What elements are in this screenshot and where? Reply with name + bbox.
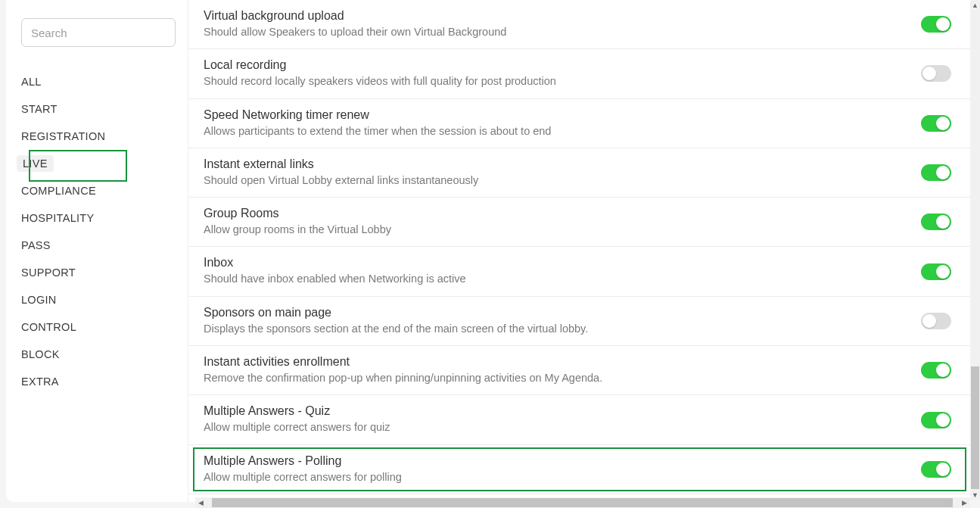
setting-title: Multiple Answers - Quiz — [204, 404, 906, 418]
sidebar-item-label: ALL — [21, 76, 42, 88]
toggle-switch[interactable] — [921, 213, 951, 230]
toggle-switch[interactable] — [921, 362, 951, 379]
sidebar-item-control[interactable]: CONTROL — [18, 313, 176, 341]
toggle-knob — [922, 314, 936, 328]
sidebar-item-extra[interactable]: EXTRA — [18, 368, 176, 395]
setting-description: Should record locally speakers videos wi… — [204, 73, 906, 89]
toggle-switch[interactable] — [921, 164, 951, 181]
setting-text: Instant activities enrollmentRemove the … — [204, 355, 906, 385]
setting-text: InboxShould have inbox enabled when Netw… — [204, 256, 906, 286]
toggle-knob — [922, 67, 936, 80]
nav-list: ALLSTARTREGISTRATIONLIVECOMPLIANCEHOSPIT… — [18, 68, 176, 395]
setting-row: Sponsors on main pageDisplays the sponso… — [188, 297, 971, 346]
setting-text: Local recordingShould record locally spe… — [204, 58, 906, 89]
toggle-knob — [936, 463, 950, 476]
setting-text: Multiple Answers - QuizAllow multiple co… — [204, 404, 906, 435]
setting-text: Virtual background uploadShould allow Sp… — [204, 9, 906, 39]
toggle-knob — [936, 17, 950, 31]
setting-row: Multiple Answers - PollingAllow multiple… — [188, 445, 971, 494]
sidebar-item-label: HOSPITALITY — [21, 212, 95, 224]
toggle-switch[interactable] — [921, 412, 951, 429]
sidebar: ALLSTARTREGISTRATIONLIVECOMPLIANCEHOSPIT… — [6, 0, 188, 502]
sidebar-item-login[interactable]: LOGIN — [18, 286, 176, 313]
search-input[interactable] — [21, 18, 176, 47]
sidebar-item-label: LIVE — [17, 155, 54, 172]
toggle-switch[interactable] — [921, 313, 951, 329]
toggle-knob — [936, 363, 950, 377]
app-container: ALLSTARTREGISTRATIONLIVECOMPLIANCEHOSPIT… — [6, 0, 971, 502]
sidebar-item-label: BLOCK — [21, 348, 60, 360]
horizontal-scrollbar[interactable]: ◀ ▶ — [195, 497, 969, 508]
main-content[interactable]: Virtual background uploadShould allow Sp… — [188, 0, 971, 502]
setting-row: Speed Networking timer renewAllows parti… — [188, 99, 971, 148]
toggle-switch[interactable] — [921, 65, 951, 82]
toggle-knob — [936, 215, 950, 229]
sidebar-item-live[interactable]: LIVE — [18, 150, 176, 177]
scroll-thumb-horizontal[interactable] — [212, 498, 953, 507]
sidebar-item-label: PASS — [21, 239, 51, 251]
setting-description: Should have inbox enabled when Networkin… — [204, 271, 906, 286]
toggle-switch[interactable] — [921, 263, 951, 280]
setting-row: Virtual background uploadShould allow Sp… — [188, 0, 971, 49]
scroll-down-icon[interactable]: ▼ — [970, 490, 980, 500]
setting-description: Allow multiple correct answers for polli… — [204, 469, 906, 485]
setting-description: Should open Virtual Lobby external links… — [204, 173, 906, 188]
sidebar-item-compliance[interactable]: COMPLIANCE — [18, 177, 176, 204]
scroll-thumb-vertical[interactable] — [971, 366, 979, 489]
sidebar-item-label: EXTRA — [21, 376, 59, 388]
toggle-switch[interactable] — [921, 461, 951, 478]
setting-description: Should allow Speakers to upload their ow… — [204, 24, 906, 39]
setting-title: Group Rooms — [204, 207, 906, 220]
setting-row: InboxShould have inbox enabled when Netw… — [188, 247, 971, 296]
toggle-switch[interactable] — [921, 115, 951, 132]
setting-description: Allow multiple correct answers for quiz — [204, 419, 906, 435]
scroll-right-icon[interactable]: ▶ — [959, 497, 969, 508]
sidebar-item-all[interactable]: ALL — [18, 68, 176, 95]
setting-description: Allows participants to extend the timer … — [204, 123, 906, 139]
setting-row: Multiple Answers - QuizAllow multiple co… — [188, 395, 971, 444]
sidebar-item-registration[interactable]: REGISTRATION — [18, 123, 176, 150]
setting-text: Group RoomsAllow group rooms in the Virt… — [204, 207, 906, 237]
sidebar-item-support[interactable]: SUPPORT — [18, 259, 176, 286]
sidebar-item-label: REGISTRATION — [21, 130, 105, 142]
setting-description: Displays the sponsors section at the end… — [204, 321, 906, 336]
setting-title: Multiple Answers - Polling — [204, 454, 906, 468]
vertical-scrollbar[interactable]: ▲ ▼ — [970, 0, 980, 500]
setting-row: Local recordingShould record locally spe… — [188, 49, 971, 98]
setting-title: Sponsors on main page — [204, 306, 906, 319]
sidebar-item-label: START — [21, 103, 58, 115]
sidebar-item-start[interactable]: START — [18, 95, 176, 123]
toggle-knob — [936, 265, 950, 279]
settings-list: Virtual background uploadShould allow Sp… — [188, 0, 971, 494]
setting-text: Instant external linksShould open Virtua… — [204, 157, 906, 188]
sidebar-item-label: SUPPORT — [21, 266, 76, 279]
scroll-left-icon[interactable]: ◀ — [195, 497, 206, 508]
setting-row: Instant activities enrollmentRemove the … — [188, 346, 971, 395]
sidebar-item-label: CONTROL — [21, 321, 76, 333]
toggle-switch[interactable] — [921, 16, 951, 33]
setting-title: Local recording — [204, 58, 906, 72]
setting-title: Virtual background upload — [204, 9, 906, 23]
setting-row: Group RoomsAllow group rooms in the Virt… — [188, 198, 971, 247]
setting-row: Instant external linksShould open Virtua… — [188, 148, 971, 198]
toggle-knob — [936, 117, 950, 130]
setting-title: Instant activities enrollment — [204, 355, 906, 369]
setting-text: Speed Networking timer renewAllows parti… — [204, 108, 906, 139]
sidebar-item-pass[interactable]: PASS — [18, 232, 176, 259]
toggle-knob — [936, 413, 950, 427]
sidebar-item-label: LOGIN — [21, 294, 57, 306]
sidebar-item-hospitality[interactable]: HOSPITALITY — [18, 204, 176, 232]
sidebar-item-block[interactable]: BLOCK — [18, 341, 176, 368]
toggle-knob — [936, 166, 950, 179]
setting-title: Speed Networking timer renew — [204, 108, 906, 122]
setting-text: Multiple Answers - PollingAllow multiple… — [204, 454, 906, 485]
setting-description: Remove the confirmation pop-up when pinn… — [204, 370, 906, 385]
setting-title: Inbox — [204, 256, 906, 270]
setting-description: Allow group rooms in the Virtual Lobby — [204, 222, 906, 237]
sidebar-item-label: COMPLIANCE — [21, 185, 96, 197]
setting-text: Sponsors on main pageDisplays the sponso… — [204, 306, 906, 336]
scroll-up-icon[interactable]: ▲ — [970, 0, 980, 10]
setting-title: Instant external links — [204, 157, 906, 171]
